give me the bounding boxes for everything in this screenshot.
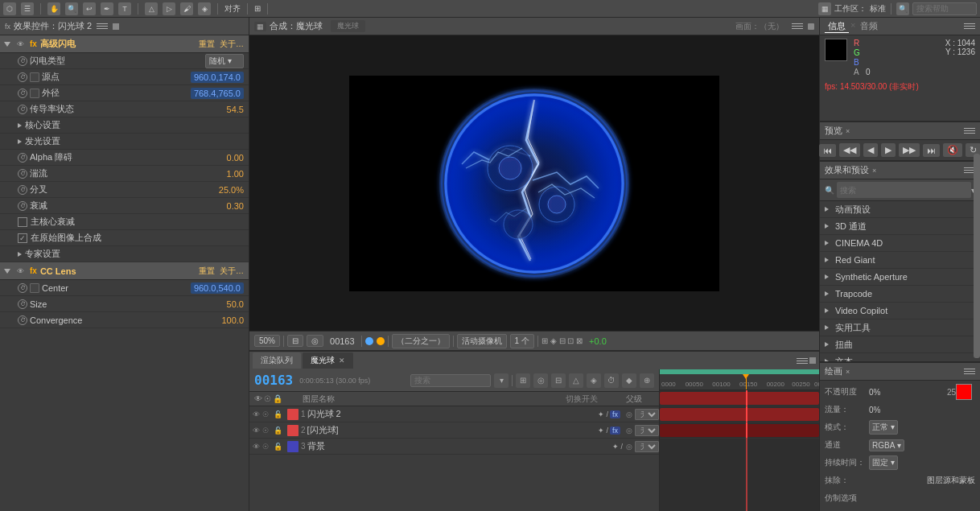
toolbar-icon-pen[interactable]: ✒ [101, 2, 113, 15]
stopwatch-fork[interactable]: ⏱ [18, 185, 27, 195]
timeline-close-button[interactable] [809, 357, 816, 364]
views-button[interactable]: 1 个 [510, 334, 534, 348]
effect-row-expert-settings[interactable]: 专家设置 [0, 246, 249, 262]
toolbar-icon-shape[interactable]: △ [145, 2, 158, 15]
tab-info[interactable]: 信息 [825, 20, 849, 33]
tl-btn-7[interactable]: ◆ [622, 373, 636, 388]
timeline-search-input[interactable] [410, 374, 491, 387]
effects-group-header-utilities[interactable]: 实用工具 [820, 319, 980, 336]
layer3-visibility[interactable]: 👁 [249, 443, 262, 451]
track-bar-2[interactable] [660, 408, 819, 421]
paint-mode-dropdown[interactable]: 正常 ▾ [869, 420, 898, 435]
toolbar-icon-select[interactable]: ▷ [163, 2, 175, 15]
checkbox-main-core-decay[interactable] [18, 217, 27, 227]
screen-icon[interactable]: ▦ [818, 2, 831, 15]
layer3-motion-blur[interactable]: ◎ [626, 443, 632, 451]
search-icon[interactable]: 🔍 [896, 2, 909, 15]
tab-render-queue[interactable]: 渲染队列 [253, 352, 301, 369]
quality-button[interactable]: （二分之一） [392, 334, 450, 348]
stopwatch-center[interactable]: ⏱ [18, 283, 27, 293]
layer2-name[interactable]: [闪光球] [307, 424, 599, 436]
comp-tab-label[interactable]: 魔光球 [331, 20, 365, 32]
btn-play[interactable]: ▶ [881, 143, 896, 157]
layer1-visibility[interactable]: 👁 [249, 410, 262, 418]
tl-btn-4[interactable]: △ [569, 373, 583, 388]
section2-about-btn[interactable]: 关于… [220, 266, 244, 277]
effects-group-header-distort[interactable]: 扭曲 [820, 336, 980, 352]
panel-close-button[interactable] [113, 23, 119, 30]
stopwatch-source[interactable]: ⏱ [18, 72, 27, 82]
layer2-motion-blur[interactable]: ◎ [626, 427, 632, 435]
effects-group-header-3d[interactable]: 3D 通道 [820, 218, 980, 234]
toolbar-icon-rotate[interactable]: ↩ [83, 2, 96, 15]
snap-button[interactable]: ⊟ [287, 335, 303, 347]
layer1-switch-star[interactable]: ✦ [598, 410, 604, 418]
tl-btn-3[interactable]: ⊟ [551, 373, 566, 388]
effects-group-header-text[interactable]: 文本 [820, 353, 980, 361]
value-size[interactable]: 50.0 [227, 299, 244, 309]
effect-controls-scrollbar[interactable] [974, 154, 980, 358]
tl-btn-6[interactable]: ⏱ [604, 373, 619, 388]
paint-close[interactable]: × [846, 368, 850, 376]
layer2-switch-star[interactable]: ✦ [598, 427, 604, 435]
btn-mute[interactable]: 🔇 [943, 143, 962, 157]
tl-btn-2[interactable]: ◎ [533, 373, 548, 388]
paint-channel-dropdown[interactable]: RGBA ▾ [869, 439, 904, 451]
help-search-input[interactable] [912, 2, 977, 15]
effects-search-input[interactable] [837, 182, 971, 198]
toolbar-icon-text[interactable]: T [118, 2, 131, 15]
effects-group-header-animation[interactable]: 动画预设 [820, 201, 980, 217]
effect-section-lightning[interactable]: 👁 fx 高级闪电 重置 关于… [0, 35, 249, 53]
toolbar-icon-1[interactable]: ⬡ [3, 2, 16, 15]
tl-btn-8[interactable]: ⊕ [640, 373, 654, 388]
effect-row-glow-settings[interactable]: 发光设置 [0, 134, 249, 150]
paint-color-swatch[interactable] [956, 384, 972, 400]
btn-next-frame[interactable]: ▶▶ [899, 143, 920, 157]
info-panel-menu-button[interactable] [964, 21, 975, 32]
stopwatch-outer-radius[interactable]: ⏱ [18, 89, 27, 98]
comp-panel-close-button[interactable] [808, 23, 814, 30]
btn-first-frame[interactable]: ⏮ [819, 144, 836, 157]
section1-about-btn[interactable]: 关于… [220, 39, 244, 50]
layer3-switch-star[interactable]: ✦ [612, 443, 619, 451]
effect-row-core-settings[interactable]: 核心设置 [0, 117, 249, 134]
stopwatch-convergence[interactable]: ⏱ [18, 315, 27, 325]
layer2-visibility[interactable]: 👁 [249, 427, 262, 435]
stopwatch-conductivity[interactable]: ⏱ [18, 105, 27, 114]
stopwatch-alpha[interactable]: ⏱ [18, 153, 27, 163]
position-widget-center[interactable] [30, 283, 39, 293]
value-fork[interactable]: 25.0% [219, 185, 244, 195]
motion-blur-button[interactable]: ◎ [307, 335, 323, 347]
toolbar-icon-zoom[interactable]: 🔍 [65, 2, 78, 15]
value-outer-radius[interactable]: 768.4,765.0 [191, 88, 244, 99]
effect-section-cc-lens[interactable]: 👁 fx CC Lens 重置 关于… [0, 262, 249, 280]
layer1-parent-select[interactable]: 无 [635, 409, 659, 420]
effects-group-header-cinema4d[interactable]: CINEMA 4D [820, 235, 980, 251]
value-decay[interactable]: 0.30 [227, 201, 244, 211]
tab-close-comp[interactable]: ✕ [339, 356, 345, 365]
effects-group-header-trapcode[interactable]: Trapcode [820, 286, 980, 302]
paint-row-clone[interactable]: 仿制选项 [825, 490, 975, 506]
preview-menu-button[interactable] [964, 126, 975, 137]
layer1-lock[interactable]: 🔓 [274, 410, 285, 418]
layer1-switch-slash[interactable]: / [606, 410, 608, 418]
stopwatch-lightning-type[interactable]: ⏱ [18, 56, 27, 66]
effects-group-header-synthetic-aperture[interactable]: Synthetic Aperture [820, 269, 980, 285]
effects-group-header-red-giant[interactable]: Red Giant [820, 252, 980, 268]
track-bar-1[interactable] [660, 392, 819, 405]
btn-last-frame[interactable]: ⏭ [923, 144, 940, 157]
paint-duration-dropdown[interactable]: 固定 ▾ [869, 455, 898, 470]
stopwatch-turbulence[interactable]: ⏱ [18, 169, 27, 179]
effects-close[interactable]: × [872, 167, 876, 175]
stopwatch-decay[interactable]: ⏱ [18, 201, 27, 211]
section1-reset-btn[interactable]: 重置 [199, 39, 215, 50]
position-widget-source[interactable] [30, 72, 39, 82]
value-center[interactable]: 960.0,540.0 [191, 282, 244, 294]
value-alpha[interactable]: 0.00 [227, 153, 244, 163]
toolbar-icon-eraser[interactable]: ◈ [198, 2, 211, 15]
tl-btn-5[interactable]: ◈ [587, 373, 601, 388]
tl-btn-1[interactable]: ⊞ [516, 373, 530, 388]
value-convergence[interactable]: 100.0 [221, 315, 244, 325]
effects-group-header-video-copilot[interactable]: Video Copilot [820, 303, 980, 319]
layer1-fx-badge[interactable]: fx [610, 410, 620, 418]
